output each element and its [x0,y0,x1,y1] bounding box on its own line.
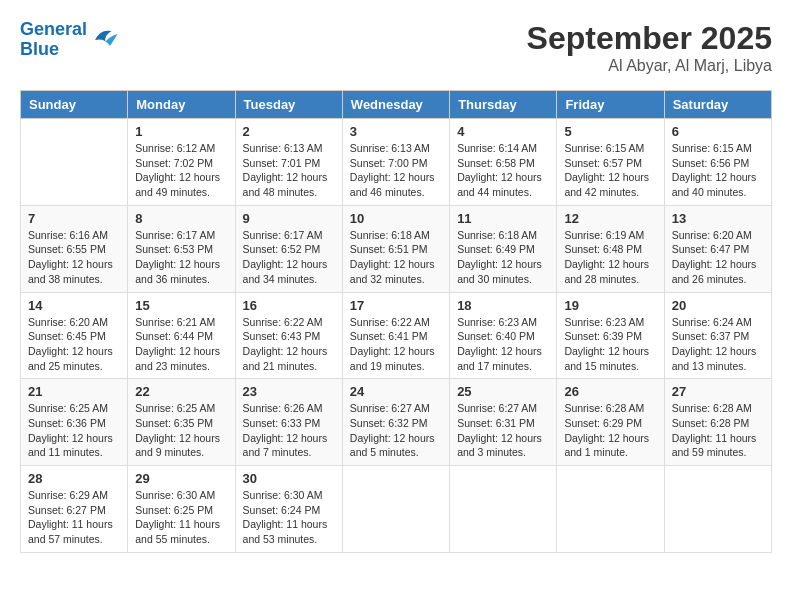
day-info: Sunrise: 6:19 AM Sunset: 6:48 PM Dayligh… [564,228,656,287]
calendar-cell: 30Sunrise: 6:30 AM Sunset: 6:24 PM Dayli… [235,466,342,553]
day-number: 11 [457,211,549,226]
calendar-cell: 5Sunrise: 6:15 AM Sunset: 6:57 PM Daylig… [557,119,664,206]
day-info: Sunrise: 6:26 AM Sunset: 6:33 PM Dayligh… [243,401,335,460]
day-number: 8 [135,211,227,226]
calendar-cell [664,466,771,553]
day-number: 1 [135,124,227,139]
calendar-cell: 28Sunrise: 6:29 AM Sunset: 6:27 PM Dayli… [21,466,128,553]
day-info: Sunrise: 6:17 AM Sunset: 6:53 PM Dayligh… [135,228,227,287]
day-info: Sunrise: 6:20 AM Sunset: 6:47 PM Dayligh… [672,228,764,287]
day-info: Sunrise: 6:25 AM Sunset: 6:36 PM Dayligh… [28,401,120,460]
day-info: Sunrise: 6:27 AM Sunset: 6:31 PM Dayligh… [457,401,549,460]
day-info: Sunrise: 6:13 AM Sunset: 7:01 PM Dayligh… [243,141,335,200]
header-tuesday: Tuesday [235,91,342,119]
day-info: Sunrise: 6:24 AM Sunset: 6:37 PM Dayligh… [672,315,764,374]
day-info: Sunrise: 6:30 AM Sunset: 6:25 PM Dayligh… [135,488,227,547]
day-info: Sunrise: 6:17 AM Sunset: 6:52 PM Dayligh… [243,228,335,287]
day-info: Sunrise: 6:20 AM Sunset: 6:45 PM Dayligh… [28,315,120,374]
day-number: 12 [564,211,656,226]
month-title: September 2025 [527,20,772,57]
calendar-cell: 25Sunrise: 6:27 AM Sunset: 6:31 PM Dayli… [450,379,557,466]
day-info: Sunrise: 6:28 AM Sunset: 6:28 PM Dayligh… [672,401,764,460]
day-info: Sunrise: 6:18 AM Sunset: 6:51 PM Dayligh… [350,228,442,287]
day-number: 7 [28,211,120,226]
calendar-cell [450,466,557,553]
day-info: Sunrise: 6:21 AM Sunset: 6:44 PM Dayligh… [135,315,227,374]
day-number: 6 [672,124,764,139]
day-info: Sunrise: 6:29 AM Sunset: 6:27 PM Dayligh… [28,488,120,547]
day-number: 26 [564,384,656,399]
day-info: Sunrise: 6:14 AM Sunset: 6:58 PM Dayligh… [457,141,549,200]
day-info: Sunrise: 6:12 AM Sunset: 7:02 PM Dayligh… [135,141,227,200]
day-number: 2 [243,124,335,139]
day-number: 27 [672,384,764,399]
day-number: 20 [672,298,764,313]
header-saturday: Saturday [664,91,771,119]
day-number: 15 [135,298,227,313]
day-number: 5 [564,124,656,139]
day-info: Sunrise: 6:25 AM Sunset: 6:35 PM Dayligh… [135,401,227,460]
calendar-cell: 19Sunrise: 6:23 AM Sunset: 6:39 PM Dayli… [557,292,664,379]
calendar-cell [557,466,664,553]
day-info: Sunrise: 6:23 AM Sunset: 6:39 PM Dayligh… [564,315,656,374]
calendar-cell: 27Sunrise: 6:28 AM Sunset: 6:28 PM Dayli… [664,379,771,466]
calendar-cell: 4Sunrise: 6:14 AM Sunset: 6:58 PM Daylig… [450,119,557,206]
day-number: 23 [243,384,335,399]
day-number: 19 [564,298,656,313]
calendar-cell: 2Sunrise: 6:13 AM Sunset: 7:01 PM Daylig… [235,119,342,206]
day-info: Sunrise: 6:27 AM Sunset: 6:32 PM Dayligh… [350,401,442,460]
calendar-cell: 11Sunrise: 6:18 AM Sunset: 6:49 PM Dayli… [450,205,557,292]
header-sunday: Sunday [21,91,128,119]
day-number: 30 [243,471,335,486]
header-friday: Friday [557,91,664,119]
calendar-cell: 1Sunrise: 6:12 AM Sunset: 7:02 PM Daylig… [128,119,235,206]
logo-text: GeneralBlue [20,20,87,60]
calendar-cell: 23Sunrise: 6:26 AM Sunset: 6:33 PM Dayli… [235,379,342,466]
header-thursday: Thursday [450,91,557,119]
calendar-cell: 15Sunrise: 6:21 AM Sunset: 6:44 PM Dayli… [128,292,235,379]
header-monday: Monday [128,91,235,119]
day-number: 9 [243,211,335,226]
day-info: Sunrise: 6:28 AM Sunset: 6:29 PM Dayligh… [564,401,656,460]
calendar-cell: 8Sunrise: 6:17 AM Sunset: 6:53 PM Daylig… [128,205,235,292]
day-number: 10 [350,211,442,226]
calendar-cell: 10Sunrise: 6:18 AM Sunset: 6:51 PM Dayli… [342,205,449,292]
calendar-cell: 6Sunrise: 6:15 AM Sunset: 6:56 PM Daylig… [664,119,771,206]
calendar-cell [21,119,128,206]
title-block: September 2025 Al Abyar, Al Marj, Libya [527,20,772,75]
logo: GeneralBlue [20,20,119,60]
calendar-cell: 12Sunrise: 6:19 AM Sunset: 6:48 PM Dayli… [557,205,664,292]
day-info: Sunrise: 6:23 AM Sunset: 6:40 PM Dayligh… [457,315,549,374]
day-info: Sunrise: 6:16 AM Sunset: 6:55 PM Dayligh… [28,228,120,287]
calendar-cell [342,466,449,553]
logo-bird-icon [89,25,119,55]
calendar-cell: 13Sunrise: 6:20 AM Sunset: 6:47 PM Dayli… [664,205,771,292]
calendar-cell: 24Sunrise: 6:27 AM Sunset: 6:32 PM Dayli… [342,379,449,466]
calendar-cell: 14Sunrise: 6:20 AM Sunset: 6:45 PM Dayli… [21,292,128,379]
calendar-cell: 26Sunrise: 6:28 AM Sunset: 6:29 PM Dayli… [557,379,664,466]
calendar-week-1: 1Sunrise: 6:12 AM Sunset: 7:02 PM Daylig… [21,119,772,206]
day-number: 22 [135,384,227,399]
day-info: Sunrise: 6:30 AM Sunset: 6:24 PM Dayligh… [243,488,335,547]
day-info: Sunrise: 6:15 AM Sunset: 6:57 PM Dayligh… [564,141,656,200]
day-number: 4 [457,124,549,139]
day-number: 24 [350,384,442,399]
calendar-cell: 7Sunrise: 6:16 AM Sunset: 6:55 PM Daylig… [21,205,128,292]
calendar-week-4: 21Sunrise: 6:25 AM Sunset: 6:36 PM Dayli… [21,379,772,466]
calendar-cell: 9Sunrise: 6:17 AM Sunset: 6:52 PM Daylig… [235,205,342,292]
day-info: Sunrise: 6:18 AM Sunset: 6:49 PM Dayligh… [457,228,549,287]
calendar-cell: 16Sunrise: 6:22 AM Sunset: 6:43 PM Dayli… [235,292,342,379]
day-number: 13 [672,211,764,226]
day-info: Sunrise: 6:22 AM Sunset: 6:43 PM Dayligh… [243,315,335,374]
calendar-cell: 17Sunrise: 6:22 AM Sunset: 6:41 PM Dayli… [342,292,449,379]
calendar-week-2: 7Sunrise: 6:16 AM Sunset: 6:55 PM Daylig… [21,205,772,292]
page-header: GeneralBlue September 2025 Al Abyar, Al … [20,20,772,75]
day-info: Sunrise: 6:22 AM Sunset: 6:41 PM Dayligh… [350,315,442,374]
day-number: 3 [350,124,442,139]
location: Al Abyar, Al Marj, Libya [527,57,772,75]
calendar-cell: 21Sunrise: 6:25 AM Sunset: 6:36 PM Dayli… [21,379,128,466]
day-number: 28 [28,471,120,486]
calendar-cell: 29Sunrise: 6:30 AM Sunset: 6:25 PM Dayli… [128,466,235,553]
day-number: 14 [28,298,120,313]
calendar-cell: 3Sunrise: 6:13 AM Sunset: 7:00 PM Daylig… [342,119,449,206]
